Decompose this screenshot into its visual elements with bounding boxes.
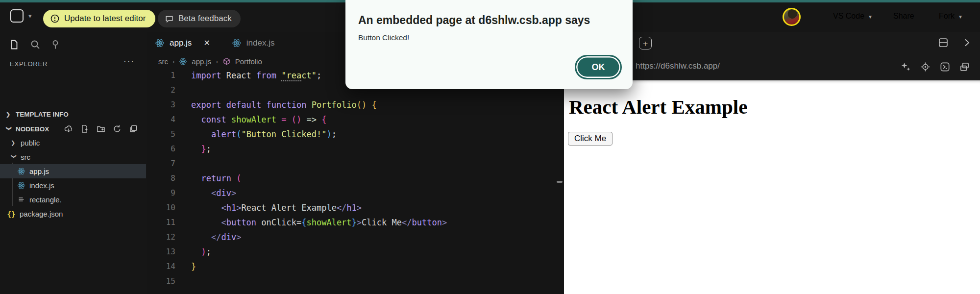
code-line[interactable]: 13 );: [147, 245, 564, 259]
plus-square-icon[interactable]: ＋: [639, 37, 652, 49]
panel-resize-handle[interactable]: [557, 181, 563, 183]
section-nodebox[interactable]: ❯ NODEBOX: [0, 122, 147, 135]
breadcrumb-file[interactable]: app.js: [192, 57, 211, 66]
split-panel-icon[interactable]: [937, 37, 949, 49]
terminal-icon[interactable]: [939, 61, 951, 73]
react-icon: [179, 57, 187, 66]
react-icon: [232, 38, 242, 48]
chevron-down-icon: ❯: [11, 154, 17, 160]
collapse-all-icon[interactable]: [128, 124, 138, 134]
sparkles-icon[interactable]: [900, 61, 911, 73]
url-text[interactable]: https://d6shlw.csb.app/: [636, 61, 720, 71]
breadcrumb-symbol[interactable]: Portfolio: [235, 57, 262, 66]
code-line[interactable]: 7: [147, 156, 564, 171]
breadcrumb-separator: ›: [172, 58, 174, 65]
line-number: 5: [147, 127, 175, 142]
tree-item-src[interactable]: ❯src: [0, 150, 146, 164]
code-area[interactable]: 1import React from "react";23export defa…: [147, 68, 564, 289]
plugin-icon[interactable]: [49, 39, 61, 50]
tree-item-label: index.js: [29, 181, 54, 190]
code-line[interactable]: 9 <div>: [147, 186, 564, 200]
code-line[interactable]: 10 <h1>React Alert Example</h1>: [147, 200, 564, 215]
tree-item-index-js[interactable]: index.js: [0, 178, 146, 193]
breadcrumb-src[interactable]: src: [158, 57, 168, 66]
react-icon: [17, 167, 25, 176]
react-icon: [17, 181, 25, 190]
line-number: 10: [147, 200, 175, 215]
tab-label: app.js: [170, 38, 192, 48]
code-line[interactable]: 6 };: [147, 142, 564, 156]
search-icon[interactable]: [29, 39, 41, 50]
code-line[interactable]: 11 <button onClick={showAlert}>Click Me<…: [147, 215, 564, 230]
tree-item-package-json[interactable]: {}package.json: [0, 207, 146, 221]
close-icon[interactable]: ✕: [203, 38, 210, 48]
section-template-info[interactable]: ❯ TEMPLATE INFO: [0, 108, 147, 121]
section-label: NODEBOX: [16, 125, 49, 133]
section-label: TEMPLATE INFO: [16, 111, 69, 118]
explorer-title: EXPLORER: [10, 60, 48, 68]
code-line[interactable]: 3export default function Portfolio() {: [147, 98, 564, 112]
beta-feedback-button[interactable]: Beta feedback: [158, 10, 241, 27]
chevron-right-icon: ❯: [6, 111, 12, 118]
line-number: 14: [147, 259, 175, 274]
braces-icon: {}: [7, 210, 16, 219]
vscode-menu[interactable]: VS Code▾: [833, 12, 872, 21]
logo-box-icon[interactable]: [10, 9, 24, 23]
refresh-icon[interactable]: [112, 124, 122, 134]
tab-index-js[interactable]: index.js: [224, 32, 282, 54]
line-number: 11: [147, 215, 175, 230]
chat-bubble-icon: [165, 14, 174, 24]
cube-icon: [222, 57, 231, 66]
line-number: 8: [147, 171, 175, 186]
copy-window-icon[interactable]: [959, 61, 970, 73]
tab-app-js[interactable]: app.js ✕: [147, 32, 217, 54]
tree-item-label: app.js: [29, 167, 49, 175]
update-editor-label: Update to latest editor: [64, 14, 146, 24]
code-line[interactable]: 14}: [147, 259, 564, 274]
chevron-down-icon: ❯: [6, 126, 12, 132]
chevron-down-icon: ▾: [959, 13, 962, 20]
code-line[interactable]: 12 </div>: [147, 230, 564, 245]
dialog-message: Button Clicked!: [358, 33, 409, 42]
tree-item-label: public: [21, 139, 40, 147]
fork-button[interactable]: Fork▾: [939, 12, 962, 21]
new-file-icon[interactable]: [80, 124, 90, 134]
line-number: 15: [147, 274, 175, 289]
avatar[interactable]: [783, 8, 801, 26]
code-line[interactable]: 4 const showAlert = () => {: [147, 112, 564, 127]
activity-bar: [0, 36, 147, 53]
code-line[interactable]: 5 alert("Button Clicked!");: [147, 127, 564, 142]
chevron-down-icon: ▾: [869, 13, 872, 20]
target-icon[interactable]: [920, 61, 931, 73]
alert-circle-icon: [50, 14, 60, 24]
ok-button[interactable]: OK: [575, 55, 622, 79]
chevron-down-icon[interactable]: ▾: [28, 12, 32, 20]
line-number: 6: [147, 142, 175, 156]
code-line[interactable]: 8 return (: [147, 171, 564, 186]
click-me-button[interactable]: Click Me: [568, 132, 612, 146]
file-tree: ❯public❯srcapp.jsindex.jsrectangle.{}pac…: [0, 136, 147, 221]
sidebar: EXPLORER ··· ❯ TEMPLATE INFO ❯ NODEBOX ❯…: [0, 32, 147, 294]
alert-dialog: An embedded page at d6shlw.csb.app says …: [345, 0, 633, 89]
tab-label: index.js: [246, 38, 275, 48]
line-number: 1: [147, 68, 175, 83]
share-button[interactable]: Share: [893, 12, 914, 21]
file-explorer-icon[interactable]: [8, 39, 20, 50]
new-folder-icon[interactable]: [96, 124, 106, 134]
ellipsis-icon[interactable]: ···: [123, 56, 135, 66]
code-line[interactable]: 15: [147, 274, 564, 289]
cloud-download-icon[interactable]: [64, 124, 74, 134]
dialog-title: An embedded page at d6shlw.csb.app says: [358, 14, 590, 27]
tree-item-app-js[interactable]: app.js: [0, 164, 146, 178]
update-editor-button[interactable]: Update to latest editor: [43, 10, 155, 27]
chevron-right-icon: ❯: [11, 140, 17, 146]
line-number: 2: [147, 83, 175, 98]
breadcrumb-separator: ›: [216, 58, 218, 65]
chevron-right-icon[interactable]: [961, 37, 973, 49]
breadcrumb[interactable]: src › app.js › Portfolio: [158, 55, 262, 68]
tree-item-rectangle-[interactable]: rectangle.: [0, 193, 146, 207]
line-number: 3: [147, 98, 175, 112]
page-heading: React Alert Example: [569, 95, 980, 119]
tree-item-public[interactable]: ❯public: [0, 136, 146, 150]
line-number: 4: [147, 112, 175, 127]
